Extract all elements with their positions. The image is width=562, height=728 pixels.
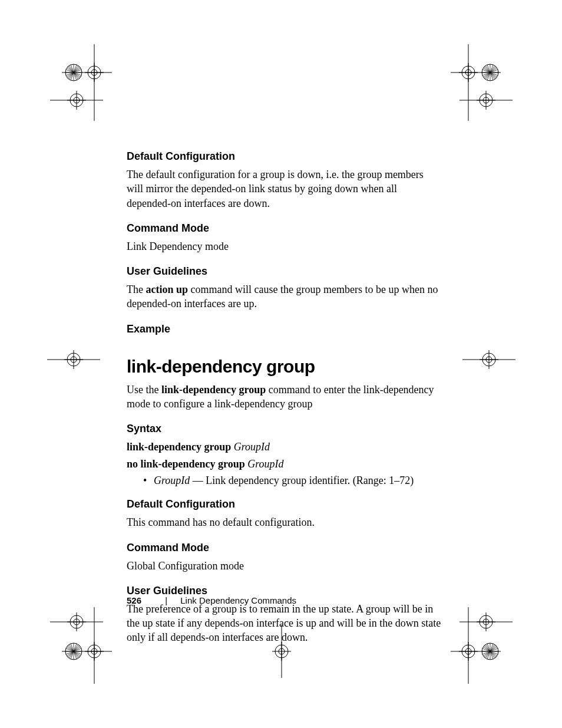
heading-command-mode-1: Command Mode [127,222,442,235]
text-column: Default Configuration The default config… [127,150,442,657]
footer-separator: | [165,595,167,605]
intro-pre: Use the [127,384,161,396]
heading-command-mode-2: Command Mode [127,542,442,554]
ug1-pre: The [127,284,146,295]
para-user-guidelines-2: The preference of a group is to remain i… [127,602,442,645]
page: Default Configuration The default config… [0,0,562,728]
syntax-line-1: link-dependency group GroupId [127,440,442,454]
syntax-bullet: •GroupId — Link dependency group identif… [143,473,442,487]
intro-bold: link-dependency group [161,384,266,396]
para-command-mode-1: Link Dependency mode [127,239,442,253]
bullet-rest: — Link dependency group identifier. (Ran… [190,475,414,486]
para-user-guidelines-1: The action up command will cause the gro… [127,282,442,311]
syntax1-ital: GroupId [234,441,270,453]
para-command-mode-2: Global Configuration mode [127,559,442,573]
heading-default-config-2: Default Configuration [127,498,442,510]
bullet-icon: • [143,473,154,487]
syntax2-ital: GroupId [247,458,283,470]
syntax2-bold: no link-dependency group [127,458,247,470]
para-default-config-1: The default configuration for a group is… [127,167,442,210]
command-title: link-dependency group [127,357,442,377]
heading-syntax: Syntax [127,423,442,435]
page-number: 526 [127,595,141,605]
para-default-config-2: This command has no default configuratio… [127,515,442,529]
ug1-bold: action up [146,284,188,295]
bullet-ital: GroupId [154,475,190,486]
syntax1-bold: link-dependency group [127,441,234,453]
heading-user-guidelines-1: User Guidelines [127,265,442,278]
heading-example: Example [127,323,442,335]
para-command-intro: Use the link-dependency group command to… [127,383,442,411]
heading-default-config-1: Default Configuration [127,150,442,163]
page-footer: 526 | Link Dependency Commands [127,595,296,605]
syntax-line-2: no link-dependency group GroupId [127,457,442,471]
footer-chapter: Link Dependency Commands [180,595,296,605]
